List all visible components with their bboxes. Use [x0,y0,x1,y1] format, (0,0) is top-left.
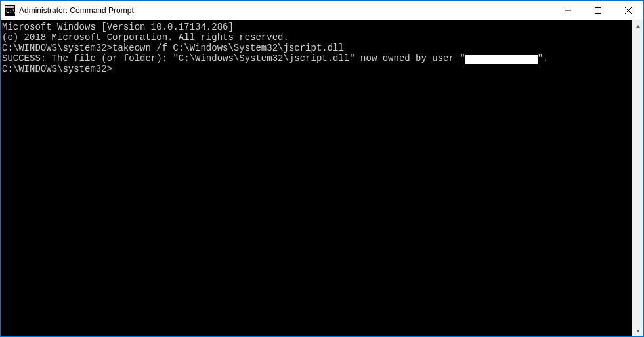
scroll-track[interactable] [632,32,643,325]
minimize-button[interactable] [553,1,583,20]
success-line: SUCCESS: The file (or folder): "C:\Windo… [2,53,632,64]
svg-rect-1 [5,6,14,8]
version-line: Microsoft Windows [Version 10.0.17134.28… [2,22,632,32]
close-button[interactable] [613,1,643,20]
svg-rect-4 [595,7,601,13]
window-title: Administrator: Command Prompt [19,6,553,15]
success-text-post: ". [538,53,549,64]
svg-marker-8 [636,330,640,332]
redacted-username [465,55,538,64]
command-line: C:\WINDOWS\system32>takeown /f C:\Window… [2,43,632,53]
copyright-line: (c) 2018 Microsoft Corporation. All righ… [2,32,632,43]
window-controls [553,1,643,20]
terminal-output[interactable]: Microsoft Windows [Version 10.0.17134.28… [1,20,632,336]
titlebar[interactable]: C:\ Administrator: Command Prompt [1,1,643,20]
svg-text:C:\: C:\ [6,9,15,14]
success-text-pre: SUCCESS: The file (or folder): "C:\Windo… [2,53,465,64]
client-area: Microsoft Windows [Version 10.0.17134.28… [1,20,643,336]
svg-marker-7 [636,25,640,28]
vertical-scrollbar[interactable] [632,20,643,336]
prompt-prefix: C:\WINDOWS\system32> [2,43,112,53]
prompt-line: C:\WINDOWS\system32> [2,64,632,74]
command-text: takeown /f C:\Windows\System32\jscript.d… [112,43,344,53]
cmd-icon: C:\ [5,5,15,16]
scroll-up-button[interactable] [632,20,643,32]
prompt-prefix: C:\WINDOWS\system32> [2,64,112,74]
maximize-button[interactable] [583,1,613,20]
scroll-down-button[interactable] [632,325,643,336]
